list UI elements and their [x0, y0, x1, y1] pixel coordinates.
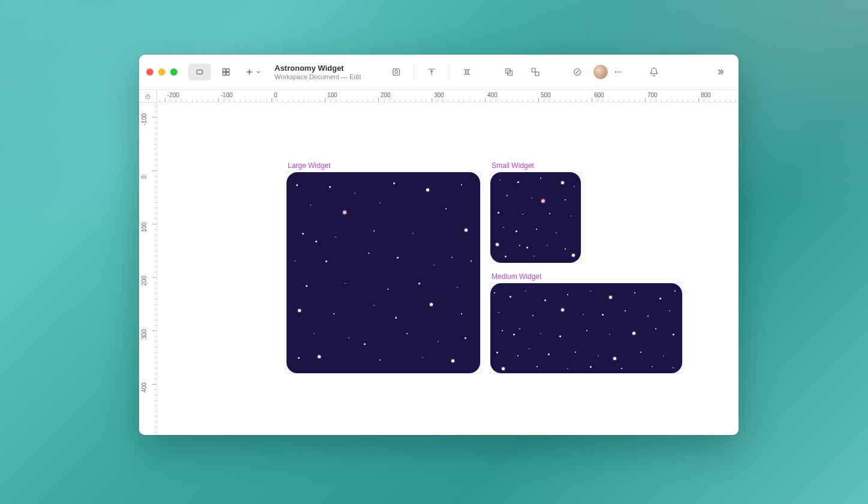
document-title-block: Astronomy Widget Workspace Document — Ed… [275, 64, 361, 80]
bell-icon [649, 67, 659, 77]
fullscreen-window-button[interactable] [170, 68, 177, 76]
app-window: Astronomy Widget Workspace Document — Ed… [139, 55, 739, 435]
svg-rect-9 [532, 68, 535, 72]
svg-rect-10 [535, 72, 539, 76]
document-title: Astronomy Widget [275, 64, 361, 73]
canvas[interactable]: Large Widget [157, 103, 739, 435]
widget-content [490, 172, 581, 263]
window-controls [146, 68, 177, 76]
align-top-button[interactable] [420, 64, 443, 80]
ungroup-button[interactable] [524, 64, 547, 80]
more-button[interactable] [611, 64, 625, 80]
lock-icon [144, 93, 151, 100]
symbols-button[interactable] [385, 64, 408, 80]
close-window-button[interactable] [146, 68, 153, 76]
svg-point-12 [615, 71, 616, 73]
group-button[interactable] [498, 64, 520, 80]
titlebar: Astronomy Widget Workspace Document — Ed… [139, 55, 739, 90]
svg-rect-4 [227, 73, 230, 76]
minimize-window-button[interactable] [158, 68, 165, 76]
artboard-label: Large Widget [288, 161, 330, 170]
expand-toolbar-button[interactable] [709, 64, 731, 80]
compass-icon [572, 67, 582, 77]
distribute-button[interactable] [456, 64, 478, 80]
plus-icon [245, 67, 254, 77]
svg-rect-15 [146, 96, 149, 98]
insert-menu[interactable] [241, 64, 265, 80]
artboard-label: Small Widget [492, 161, 534, 170]
hexagon-icon [391, 67, 401, 77]
ruler-horizontal[interactable]: -200-1000100200300400500600700800 [157, 90, 739, 103]
ellipsis-icon [613, 67, 623, 77]
svg-rect-1 [223, 69, 226, 72]
artboard-medium[interactable]: Medium Widget [490, 283, 683, 374]
align-top-icon [427, 67, 436, 77]
canvas-view-button[interactable] [188, 64, 211, 80]
ruler-vertical[interactable]: -1000100200300400 [139, 103, 157, 435]
svg-rect-2 [227, 69, 230, 72]
notifications-button[interactable] [643, 64, 665, 80]
artboard-label: Medium Widget [492, 272, 541, 281]
grid-view-button[interactable] [215, 64, 237, 80]
group-icon [504, 67, 514, 77]
svg-rect-3 [223, 73, 226, 76]
document-subtitle: Workspace Document — Edit [275, 73, 361, 80]
svg-point-14 [620, 71, 621, 73]
grid-icon [221, 67, 231, 77]
user-avatar[interactable] [593, 65, 608, 79]
svg-point-13 [617, 71, 619, 73]
chevron-down-icon [255, 69, 261, 75]
ungroup-icon [531, 67, 540, 77]
svg-rect-0 [197, 70, 202, 74]
svg-rect-6 [465, 71, 468, 73]
distribute-icon [462, 67, 472, 77]
widget-content [287, 172, 480, 373]
hotspot-button[interactable] [566, 64, 589, 80]
chevrons-right-icon [715, 67, 725, 77]
ruler-lock[interactable] [139, 90, 157, 103]
rectangle-icon [195, 67, 204, 77]
widget-content [490, 283, 682, 373]
artboard-large[interactable]: Large Widget [286, 172, 481, 374]
artboard-small[interactable]: Small Widget [490, 172, 581, 263]
